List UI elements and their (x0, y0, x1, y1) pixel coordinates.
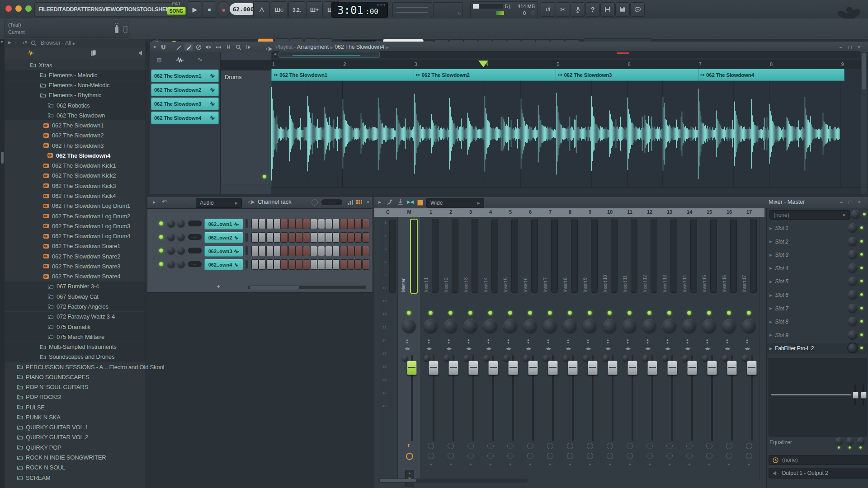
plugin-enable-led[interactable] (860, 347, 863, 349)
channel-button[interactable]: 062..own3 (204, 246, 243, 257)
tree-folder-item[interactable]: 075 Dramatik (5, 322, 146, 332)
step-cell[interactable] (288, 232, 296, 243)
track-swap-arrows[interactable]: ▲▼ (566, 338, 570, 344)
browser-search-icon[interactable] (31, 40, 37, 46)
step-cell[interactable] (318, 232, 325, 243)
track-active-led[interactable] (263, 175, 266, 178)
step-cell[interactable] (310, 232, 317, 243)
step-cell[interactable] (303, 246, 310, 256)
volume-fader[interactable] (508, 361, 518, 375)
route-to-master-ring[interactable] (467, 443, 474, 449)
route-to-master-ring[interactable] (547, 443, 553, 449)
slot-enable-led[interactable] (860, 226, 863, 229)
mixer-column-header[interactable]: 6 (520, 209, 540, 215)
step-cell[interactable] (288, 259, 296, 270)
browser-tab-files-icon[interactable] (90, 50, 96, 56)
step-cell[interactable] (347, 232, 354, 243)
track-mute-led[interactable] (747, 311, 751, 315)
step-cell[interactable] (274, 246, 281, 256)
track-pan-knob[interactable] (603, 319, 617, 333)
browser-up-icon[interactable]: ↑ (14, 40, 17, 46)
tree-folder-item[interactable]: SCREAM (5, 473, 146, 483)
sidechain-ring[interactable] (567, 453, 573, 459)
master-record-ring[interactable] (406, 453, 413, 460)
track-mute-led[interactable] (508, 311, 512, 315)
step-cell[interactable] (296, 219, 303, 229)
mixer-master-track[interactable]: Master▲▼◀▶⬆▲▼ (398, 217, 420, 480)
track-width-arrows[interactable]: ◀▶ (705, 347, 710, 351)
stop-button[interactable]: ■ (203, 1, 216, 18)
time-display[interactable]: 3:01 :00 B:S:T (331, 2, 388, 18)
track-swap-arrows[interactable]: ▲▼ (406, 338, 409, 344)
paint-tool-icon[interactable] (184, 43, 193, 51)
zoom-tool-icon[interactable] (234, 43, 243, 51)
mixer-menu-arrow[interactable]: ▶ (378, 200, 381, 204)
mixer-column-header[interactable]: 3 (461, 209, 481, 215)
track-width-arrows[interactable]: ◀▶ (526, 347, 531, 351)
cut-icon[interactable]: ✂ (556, 2, 570, 17)
track-swap-arrows[interactable]: ▲▼ (427, 338, 430, 344)
eq-knob-3[interactable] (857, 437, 864, 445)
mixer-insert-track[interactable]: Insert 5▲▼◀▶ (500, 217, 521, 480)
picker-clip[interactable]: 062 The Slowdown4 (151, 112, 219, 124)
track-swap-arrows[interactable]: ▲▼ (467, 338, 470, 344)
step-cell[interactable] (347, 219, 354, 229)
microphone-icon[interactable] (571, 2, 585, 17)
mixer-column-header[interactable]: 12 (640, 209, 660, 215)
volume-fader[interactable] (407, 361, 417, 375)
tree-folder-item[interactable]: 072 Faraway Waltz 3-4 (5, 312, 146, 322)
volume-fader[interactable] (707, 361, 717, 375)
tree-sample-item[interactable]: 062 The Slowdown3 (5, 141, 146, 150)
effect-slot[interactable]: ▶Slot 7 (767, 303, 868, 314)
track-swap-arrows[interactable]: ▲▼ (726, 338, 729, 344)
tree-sample-item[interactable]: 062 The Slowdown Snare2 (5, 251, 146, 261)
step-cell[interactable] (325, 246, 332, 256)
mixer-insert-track[interactable]: Insert 7▲▼◀▶ (540, 217, 561, 480)
menu-item-tools[interactable]: TOOLS (140, 6, 158, 13)
time-slot[interactable]: (none) (769, 455, 868, 465)
slide-tool-icon[interactable] (214, 43, 223, 51)
mixer-insert-track[interactable]: Insert 16▲▼◀▶ (719, 217, 740, 480)
tree-sample-item[interactable]: 062 The Slowdown Kick2 (5, 171, 146, 181)
mixer-column-header[interactable]: 7 (540, 209, 560, 215)
track-width-arrows[interactable]: ◀▶ (566, 347, 571, 351)
channel-button[interactable]: 062..own2 (204, 232, 243, 243)
route-to-master-ring[interactable] (527, 443, 533, 449)
picker-tab-audio-icon[interactable] (176, 57, 184, 63)
effect-slot[interactable]: ▶Slot 4 (767, 263, 868, 274)
tree-folder-item[interactable]: Multi-Sampled Instruments (5, 342, 146, 352)
channel-pan-knob[interactable] (167, 247, 175, 254)
timeline-ruler[interactable]: 123456789 (221, 60, 868, 70)
step-cell[interactable] (354, 246, 362, 256)
step-cell[interactable] (362, 232, 369, 243)
step-cell[interactable] (259, 246, 266, 256)
track-width-arrows[interactable]: ◀▶ (585, 347, 591, 351)
tree-folder-item[interactable]: Xtras (5, 60, 146, 70)
playlist-clip[interactable]: ↦062 The Slowdown1 (271, 69, 418, 81)
step-cell[interactable] (251, 259, 259, 270)
effect-slot[interactable]: ▶Slot 3 (767, 249, 868, 260)
window-minimize-light[interactable] (15, 5, 22, 12)
rack-close-button[interactable]: × (364, 199, 372, 205)
plugin-preset-panel[interactable]: (Trial) Current (5, 20, 128, 38)
effect-slot[interactable]: ▶Slot 9 (767, 330, 868, 341)
mixer-route-icon[interactable] (387, 199, 394, 205)
rack-undo-icon[interactable]: ↶ (162, 198, 167, 205)
slot-enable-led[interactable] (860, 240, 863, 243)
playlist-scroll-handle[interactable] (278, 52, 380, 58)
track-pan-knob[interactable] (742, 319, 756, 333)
route-to-master-ring[interactable] (706, 443, 712, 449)
sidechain-ring[interactable] (706, 453, 712, 459)
step-cell[interactable] (354, 232, 362, 243)
track-pan-knob[interactable] (424, 319, 438, 333)
track-width-arrows[interactable]: ◀▶ (506, 347, 511, 351)
slot-mix-knob[interactable] (848, 290, 857, 299)
track-pan-knob[interactable] (662, 319, 676, 333)
tree-sample-item[interactable]: 062 The Slowdown Log Drum1 (5, 201, 146, 211)
playlist-menu-arrow[interactable]: ▶ (154, 45, 156, 49)
magnet-icon[interactable] (160, 43, 167, 50)
mixer-column-header[interactable]: 10 (600, 209, 620, 215)
track-swap-arrows[interactable]: ▲▼ (586, 338, 590, 344)
track-pan-knob[interactable] (543, 319, 557, 333)
mixer-column-header[interactable]: 5 (500, 209, 520, 215)
